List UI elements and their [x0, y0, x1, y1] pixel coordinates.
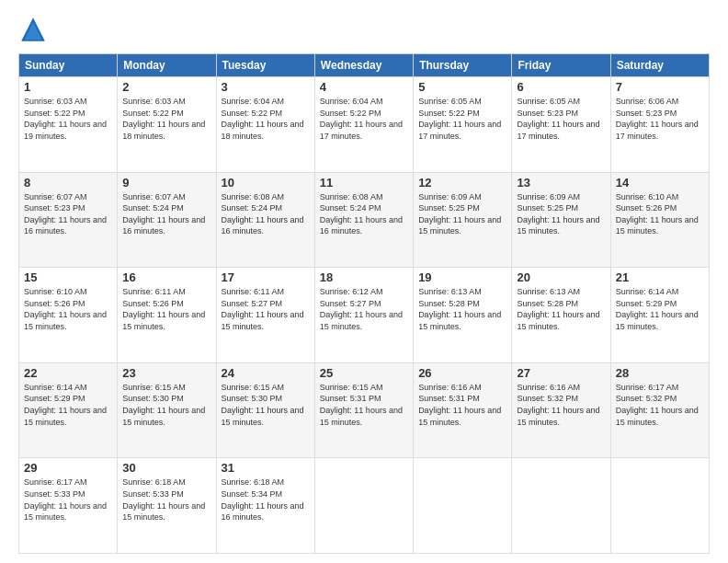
day-info: Sunrise: 6:03 AMSunset: 5:22 PMDaylight:… — [122, 97, 205, 141]
calendar-cell — [610, 458, 709, 554]
day-info: Sunrise: 6:06 AMSunset: 5:23 PMDaylight:… — [616, 97, 699, 141]
calendar-cell: 30 Sunrise: 6:18 AMSunset: 5:33 PMDaylig… — [118, 458, 216, 554]
calendar-body: 1 Sunrise: 6:03 AMSunset: 5:22 PMDayligh… — [19, 77, 710, 554]
calendar-cell: 8 Sunrise: 6:07 AMSunset: 5:23 PMDayligh… — [19, 172, 118, 268]
day-number: 6 — [517, 80, 605, 94]
day-info: Sunrise: 6:11 AMSunset: 5:26 PMDaylight:… — [122, 287, 205, 331]
calendar-cell: 13 Sunrise: 6:09 AMSunset: 5:25 PMDaylig… — [512, 172, 610, 268]
day-number: 3 — [222, 80, 310, 94]
calendar-cell: 26 Sunrise: 6:16 AMSunset: 5:31 PMDaylig… — [414, 362, 512, 458]
day-info: Sunrise: 6:16 AMSunset: 5:31 PMDaylight:… — [418, 383, 501, 427]
day-info: Sunrise: 6:08 AMSunset: 5:24 PMDaylight:… — [320, 192, 403, 236]
day-number: 20 — [517, 270, 605, 284]
day-info: Sunrise: 6:09 AMSunset: 5:25 PMDaylight:… — [517, 192, 599, 236]
calendar-header-saturday: Saturday — [610, 54, 709, 77]
day-info: Sunrise: 6:15 AMSunset: 5:30 PMDaylight:… — [222, 383, 304, 427]
calendar-header-thursday: Thursday — [414, 54, 512, 77]
calendar-cell: 11 Sunrise: 6:08 AMSunset: 5:24 PMDaylig… — [314, 172, 413, 268]
calendar-cell: 31 Sunrise: 6:18 AMSunset: 5:34 PMDaylig… — [216, 458, 314, 554]
calendar-cell: 3 Sunrise: 6:04 AMSunset: 5:22 PMDayligh… — [216, 77, 314, 173]
calendar-header-wednesday: Wednesday — [314, 54, 413, 77]
calendar-cell — [314, 458, 413, 554]
day-number: 26 — [418, 366, 506, 380]
page: SundayMondayTuesdayWednesdayThursdayFrid… — [0, 0, 728, 563]
day-number: 12 — [418, 176, 506, 190]
logo-icon — [18, 15, 48, 44]
day-number: 17 — [222, 270, 310, 284]
logo — [18, 15, 51, 44]
calendar-cell: 5 Sunrise: 6:05 AMSunset: 5:22 PMDayligh… — [414, 77, 512, 173]
day-number: 11 — [320, 176, 408, 190]
calendar-cell: 16 Sunrise: 6:11 AMSunset: 5:26 PMDaylig… — [118, 268, 216, 363]
day-number: 1 — [24, 80, 112, 94]
day-number: 19 — [418, 270, 506, 284]
calendar-cell: 29 Sunrise: 6:17 AMSunset: 5:33 PMDaylig… — [19, 458, 118, 554]
day-number: 25 — [320, 366, 408, 380]
day-info: Sunrise: 6:09 AMSunset: 5:25 PMDaylight:… — [418, 192, 501, 236]
day-info: Sunrise: 6:13 AMSunset: 5:28 PMDaylight:… — [418, 287, 501, 331]
calendar-cell: 22 Sunrise: 6:14 AMSunset: 5:29 PMDaylig… — [19, 362, 118, 458]
day-info: Sunrise: 6:15 AMSunset: 5:31 PMDaylight:… — [320, 383, 403, 427]
calendar-cell: 4 Sunrise: 6:04 AMSunset: 5:22 PMDayligh… — [314, 77, 413, 173]
calendar-cell: 23 Sunrise: 6:15 AMSunset: 5:30 PMDaylig… — [118, 362, 216, 458]
day-info: Sunrise: 6:11 AMSunset: 5:27 PMDaylight:… — [222, 287, 304, 331]
day-info: Sunrise: 6:17 AMSunset: 5:32 PMDaylight:… — [616, 383, 699, 427]
header-row: SundayMondayTuesdayWednesdayThursdayFrid… — [19, 54, 710, 77]
calendar-cell: 18 Sunrise: 6:12 AMSunset: 5:27 PMDaylig… — [314, 268, 413, 363]
day-info: Sunrise: 6:04 AMSunset: 5:22 PMDaylight:… — [222, 97, 304, 141]
day-info: Sunrise: 6:14 AMSunset: 5:29 PMDaylight:… — [616, 287, 699, 331]
day-number: 4 — [320, 80, 408, 94]
calendar-cell: 7 Sunrise: 6:06 AMSunset: 5:23 PMDayligh… — [610, 77, 709, 173]
calendar-cell: 10 Sunrise: 6:08 AMSunset: 5:24 PMDaylig… — [216, 172, 314, 268]
calendar-header: SundayMondayTuesdayWednesdayThursdayFrid… — [19, 54, 710, 77]
day-number: 30 — [122, 461, 210, 475]
calendar-header-monday: Monday — [118, 54, 216, 77]
day-info: Sunrise: 6:10 AMSunset: 5:26 PMDaylight:… — [616, 192, 699, 236]
calendar-cell: 14 Sunrise: 6:10 AMSunset: 5:26 PMDaylig… — [610, 172, 709, 268]
day-number: 13 — [517, 176, 605, 190]
day-info: Sunrise: 6:05 AMSunset: 5:22 PMDaylight:… — [418, 97, 501, 141]
calendar-cell: 20 Sunrise: 6:13 AMSunset: 5:28 PMDaylig… — [512, 268, 610, 363]
day-info: Sunrise: 6:05 AMSunset: 5:23 PMDaylight:… — [517, 97, 599, 141]
day-number: 29 — [24, 461, 112, 475]
day-number: 23 — [122, 366, 210, 380]
calendar-cell: 27 Sunrise: 6:16 AMSunset: 5:32 PMDaylig… — [512, 362, 610, 458]
day-number: 5 — [418, 80, 506, 94]
day-number: 8 — [24, 176, 112, 190]
calendar-week-4: 22 Sunrise: 6:14 AMSunset: 5:29 PMDaylig… — [19, 362, 710, 458]
calendar-cell: 12 Sunrise: 6:09 AMSunset: 5:25 PMDaylig… — [414, 172, 512, 268]
calendar-cell — [512, 458, 610, 554]
day-info: Sunrise: 6:15 AMSunset: 5:30 PMDaylight:… — [122, 383, 205, 427]
day-info: Sunrise: 6:14 AMSunset: 5:29 PMDaylight:… — [24, 383, 107, 427]
day-info: Sunrise: 6:18 AMSunset: 5:33 PMDaylight:… — [122, 477, 205, 522]
day-number: 9 — [122, 176, 210, 190]
calendar-header-sunday: Sunday — [19, 54, 118, 77]
calendar-cell: 19 Sunrise: 6:13 AMSunset: 5:28 PMDaylig… — [414, 268, 512, 363]
calendar-cell — [414, 458, 512, 554]
day-info: Sunrise: 6:12 AMSunset: 5:27 PMDaylight:… — [320, 287, 403, 331]
calendar-cell: 6 Sunrise: 6:05 AMSunset: 5:23 PMDayligh… — [512, 77, 610, 173]
day-info: Sunrise: 6:17 AMSunset: 5:33 PMDaylight:… — [24, 477, 107, 522]
day-number: 22 — [24, 366, 112, 380]
calendar-week-2: 8 Sunrise: 6:07 AMSunset: 5:23 PMDayligh… — [19, 172, 710, 268]
day-info: Sunrise: 6:13 AMSunset: 5:28 PMDaylight:… — [517, 287, 599, 331]
day-number: 24 — [222, 366, 310, 380]
calendar-cell: 21 Sunrise: 6:14 AMSunset: 5:29 PMDaylig… — [610, 268, 709, 363]
calendar-cell: 9 Sunrise: 6:07 AMSunset: 5:24 PMDayligh… — [118, 172, 216, 268]
header — [18, 15, 710, 44]
day-info: Sunrise: 6:07 AMSunset: 5:23 PMDaylight:… — [24, 192, 107, 236]
day-number: 21 — [616, 270, 704, 284]
calendar-cell: 17 Sunrise: 6:11 AMSunset: 5:27 PMDaylig… — [216, 268, 314, 363]
day-number: 27 — [517, 366, 605, 380]
day-info: Sunrise: 6:04 AMSunset: 5:22 PMDaylight:… — [320, 97, 403, 141]
day-info: Sunrise: 6:16 AMSunset: 5:32 PMDaylight:… — [517, 383, 599, 427]
calendar-cell: 25 Sunrise: 6:15 AMSunset: 5:31 PMDaylig… — [314, 362, 413, 458]
calendar-header-friday: Friday — [512, 54, 610, 77]
calendar-cell: 28 Sunrise: 6:17 AMSunset: 5:32 PMDaylig… — [610, 362, 709, 458]
calendar-week-3: 15 Sunrise: 6:10 AMSunset: 5:26 PMDaylig… — [19, 268, 710, 363]
calendar-header-tuesday: Tuesday — [216, 54, 314, 77]
calendar-week-1: 1 Sunrise: 6:03 AMSunset: 5:22 PMDayligh… — [19, 77, 710, 173]
calendar-week-5: 29 Sunrise: 6:17 AMSunset: 5:33 PMDaylig… — [19, 458, 710, 554]
day-number: 28 — [616, 366, 704, 380]
day-info: Sunrise: 6:08 AMSunset: 5:24 PMDaylight:… — [222, 192, 304, 236]
